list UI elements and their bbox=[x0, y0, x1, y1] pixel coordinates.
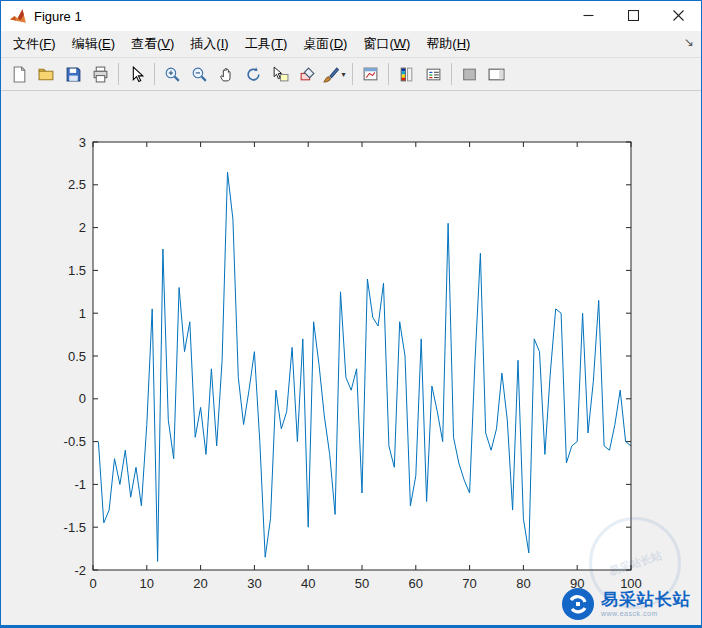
y-tick-label: 1.5 bbox=[68, 263, 86, 278]
paintbrush-icon bbox=[323, 66, 340, 83]
menu-item-file[interactable]: 文件(F) bbox=[5, 31, 64, 57]
edit-plot-icon bbox=[128, 66, 145, 83]
edit-plot-button[interactable] bbox=[123, 61, 150, 88]
show-plot-tools-button[interactable] bbox=[483, 61, 510, 88]
new-figure-icon bbox=[11, 66, 28, 83]
save-figure-button[interactable] bbox=[60, 61, 87, 88]
pan-button[interactable] bbox=[213, 61, 240, 88]
zoom-out-icon bbox=[191, 66, 208, 83]
y-tick-label: -2 bbox=[74, 563, 86, 578]
hide-plot-tools-button[interactable] bbox=[456, 61, 483, 88]
figure-window: Figure 1 文件(F)编辑(E)查看(V)插入(I)工具(T)桌面(D)窗… bbox=[0, 0, 702, 628]
toolbar-separator bbox=[451, 63, 452, 85]
insert-legend-icon bbox=[425, 66, 442, 83]
close-button[interactable] bbox=[656, 1, 701, 30]
toolbar: ▾ bbox=[1, 58, 701, 91]
watermark-site-url: www.easck.com bbox=[601, 610, 691, 618]
x-tick-label: 0 bbox=[89, 576, 96, 591]
x-tick-label: 60 bbox=[409, 576, 423, 591]
open-file-button[interactable] bbox=[33, 61, 60, 88]
x-tick-label: 50 bbox=[355, 576, 369, 591]
paintbrush-button[interactable]: ▾ bbox=[321, 61, 348, 88]
insert-colorbar-icon bbox=[398, 66, 415, 83]
data-cursor-icon bbox=[272, 66, 289, 83]
link-plot-button[interactable] bbox=[357, 61, 384, 88]
minimize-button[interactable] bbox=[566, 1, 611, 30]
hide-plot-tools-icon bbox=[461, 66, 478, 83]
y-tick-label: -1.5 bbox=[64, 520, 86, 535]
y-tick-label: 0 bbox=[79, 391, 86, 406]
zoom-in-icon bbox=[164, 66, 181, 83]
link-plot-icon bbox=[362, 66, 379, 83]
x-tick-label: 10 bbox=[140, 576, 154, 591]
x-tick-label: 70 bbox=[462, 576, 476, 591]
dock-figure-icon[interactable]: ↘ bbox=[684, 36, 694, 48]
watermark-logo-icon bbox=[561, 587, 595, 621]
menu-item-tools[interactable]: 工具(T) bbox=[237, 31, 296, 57]
watermark-text: 易采站长站 www.easck.com bbox=[601, 591, 691, 617]
brush-data-icon bbox=[299, 66, 316, 83]
pan-icon bbox=[218, 66, 235, 83]
maximize-button[interactable] bbox=[611, 1, 656, 30]
y-tick-label: -0.5 bbox=[64, 434, 86, 449]
menu-item-desktop[interactable]: 桌面(D) bbox=[295, 31, 355, 57]
toolbar-separator bbox=[118, 63, 119, 85]
matlab-figure-icon bbox=[9, 7, 27, 25]
zoom-in-button[interactable] bbox=[159, 61, 186, 88]
y-tick-label: 3 bbox=[79, 135, 86, 150]
menu-item-view[interactable]: 查看(V) bbox=[123, 31, 182, 57]
title-bar: Figure 1 bbox=[1, 1, 701, 31]
y-tick-label: 0.5 bbox=[68, 349, 86, 364]
print-figure-icon bbox=[92, 66, 109, 83]
print-figure-button[interactable] bbox=[87, 61, 114, 88]
y-tick-label: 2 bbox=[79, 220, 86, 235]
brush-data-button[interactable] bbox=[294, 61, 321, 88]
x-tick-label: 40 bbox=[301, 576, 315, 591]
data-cursor-button[interactable] bbox=[267, 61, 294, 88]
toolbar-separator bbox=[154, 63, 155, 85]
x-tick-label: 20 bbox=[193, 576, 207, 591]
rotate-3d-button[interactable] bbox=[240, 61, 267, 88]
insert-legend-button[interactable] bbox=[420, 61, 447, 88]
menu-items: 文件(F)编辑(E)查看(V)插入(I)工具(T)桌面(D)窗口(W)帮助(H) bbox=[5, 31, 478, 57]
save-figure-icon bbox=[65, 66, 82, 83]
rotate-3d-icon bbox=[245, 66, 262, 83]
menu-item-window[interactable]: 窗口(W) bbox=[355, 31, 418, 57]
menu-bar: 文件(F)编辑(E)查看(V)插入(I)工具(T)桌面(D)窗口(W)帮助(H)… bbox=[1, 31, 701, 58]
window-controls bbox=[566, 1, 701, 31]
site-watermark: 易采站长站 www.easck.com bbox=[561, 587, 691, 621]
menu-item-edit[interactable]: 编辑(E) bbox=[64, 31, 123, 57]
new-figure-button[interactable] bbox=[6, 61, 33, 88]
figure-canvas: 0102030405060708090100-2-1.5-1-0.500.511… bbox=[1, 91, 701, 625]
plot-background bbox=[93, 142, 631, 570]
x-tick-label: 30 bbox=[247, 576, 261, 591]
watermark-site-name: 易采站长站 bbox=[601, 591, 691, 610]
insert-colorbar-button[interactable] bbox=[393, 61, 420, 88]
paintbrush-dropdown-caret[interactable]: ▾ bbox=[341, 70, 345, 79]
x-tick-label: 80 bbox=[516, 576, 530, 591]
y-tick-label: -1 bbox=[74, 477, 86, 492]
plot-axes[interactable]: 0102030405060708090100-2-1.5-1-0.500.511… bbox=[1, 91, 701, 625]
menu-item-insert[interactable]: 插入(I) bbox=[182, 31, 236, 57]
menu-item-help[interactable]: 帮助(H) bbox=[418, 31, 478, 57]
y-tick-label: 2.5 bbox=[68, 177, 86, 192]
toolbar-separator bbox=[388, 63, 389, 85]
zoom-out-button[interactable] bbox=[186, 61, 213, 88]
toolbar-separator bbox=[352, 63, 353, 85]
open-file-icon bbox=[38, 66, 55, 83]
y-tick-label: 1 bbox=[79, 306, 86, 321]
window-title: Figure 1 bbox=[34, 9, 82, 24]
show-plot-tools-icon bbox=[488, 66, 505, 83]
